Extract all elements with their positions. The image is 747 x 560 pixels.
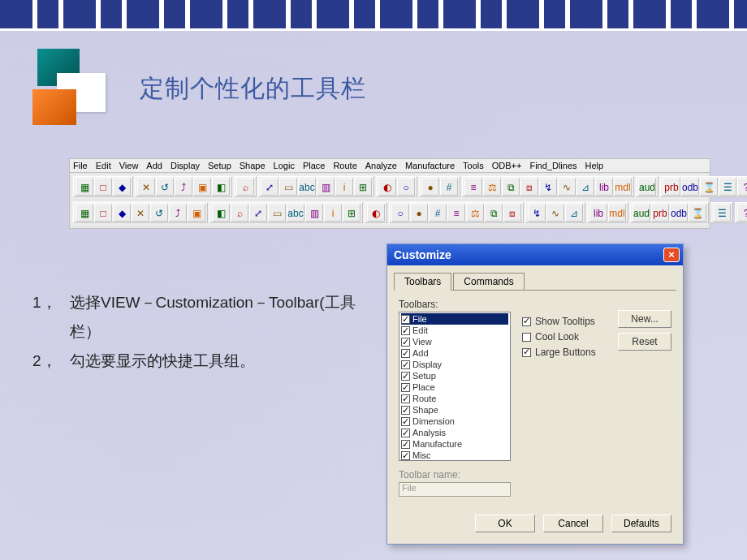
- toolbar-button[interactable]: ⊞: [354, 178, 372, 196]
- checkbox-icon[interactable]: [401, 338, 410, 347]
- toolbar-name-input[interactable]: File: [399, 482, 511, 497]
- toolbar-list-item[interactable]: Manufacture: [401, 438, 508, 450]
- menu-logic[interactable]: Logic: [274, 161, 295, 170]
- toolbar-button[interactable]: odb: [670, 204, 688, 222]
- toolbar-button[interactable]: ☰: [713, 204, 731, 222]
- toolbar-button[interactable]: ⚖: [466, 204, 484, 222]
- toolbar-button[interactable]: ?: [737, 204, 747, 222]
- toolbar-button[interactable]: ⤴: [169, 204, 187, 222]
- toolbar-button[interactable]: #: [440, 178, 458, 196]
- toolbar-button[interactable]: ↯: [528, 204, 546, 222]
- toolbar-button[interactable]: mdl: [614, 178, 632, 196]
- toolbar-button[interactable]: ●: [421, 178, 439, 196]
- toolbar-button[interactable]: ☰: [719, 178, 736, 196]
- toolbar-button[interactable]: □: [94, 178, 112, 196]
- defaults-button[interactable]: Defaults: [611, 515, 671, 532]
- menu-help[interactable]: Help: [585, 161, 604, 170]
- toolbar-button[interactable]: i: [335, 178, 353, 196]
- new-button[interactable]: New...: [618, 310, 671, 328]
- checkbox-icon[interactable]: [401, 394, 410, 403]
- toolbar-button[interactable]: odb: [681, 178, 699, 196]
- toolbar-button[interactable]: ▭: [279, 178, 297, 196]
- tab-commands[interactable]: Commands: [453, 273, 524, 291]
- toolbar-list-item[interactable]: Display: [401, 359, 508, 370]
- toolbar-button[interactable]: ⌕: [236, 178, 254, 196]
- toolbar-list-item[interactable]: View: [401, 336, 508, 347]
- toolbar-button[interactable]: ◧: [212, 204, 230, 222]
- menu-place[interactable]: Place: [303, 161, 326, 170]
- menu-tools[interactable]: Tools: [463, 161, 484, 170]
- toolbar-button[interactable]: ⧈: [503, 204, 521, 222]
- toolbar-button[interactable]: ⧈: [520, 178, 538, 196]
- toolbar-button[interactable]: ▦: [76, 178, 93, 196]
- toolbar-button[interactable]: ⧉: [485, 204, 503, 222]
- toolbar-button[interactable]: mdl: [608, 204, 626, 222]
- menu-setup[interactable]: Setup: [208, 161, 231, 170]
- toolbar-button[interactable]: ⤢: [261, 178, 279, 196]
- toolbar-button[interactable]: ?: [737, 178, 747, 196]
- toolbar-button[interactable]: ⌕: [231, 204, 248, 222]
- toolbars-listbox[interactable]: FileEditViewAddDisplaySetupPlaceRouteSha…: [399, 312, 511, 461]
- menu-view[interactable]: View: [119, 161, 139, 170]
- toolbar-list-item[interactable]: Setup: [401, 370, 508, 381]
- checkbox-icon[interactable]: [522, 317, 531, 326]
- toolbar-button[interactable]: ⊿: [576, 178, 594, 196]
- toolbar-button[interactable]: aud: [638, 178, 656, 196]
- toolbar-list-item[interactable]: Add: [401, 347, 508, 359]
- menu-analyze[interactable]: Analyze: [365, 161, 397, 170]
- toolbar-button[interactable]: ∿: [558, 178, 576, 196]
- toolbar-button[interactable]: ▥: [305, 204, 323, 222]
- menu-odb++[interactable]: ODB++: [492, 161, 522, 170]
- toolbar-button[interactable]: ◆: [113, 204, 131, 222]
- menu-shape[interactable]: Shape: [240, 161, 266, 170]
- toolbar-button[interactable]: ●: [410, 204, 428, 222]
- toolbar-button[interactable]: prb: [663, 178, 680, 196]
- toolbar-button[interactable]: aud: [633, 204, 650, 222]
- opt-large-buttons[interactable]: Large Buttons: [522, 347, 603, 358]
- toolbar-button[interactable]: ∿: [546, 204, 564, 222]
- menu-route[interactable]: Route: [333, 161, 356, 170]
- toolbar-button[interactable]: ↺: [156, 178, 174, 196]
- toolbar-button[interactable]: ▥: [317, 178, 335, 196]
- menu-add[interactable]: Add: [146, 161, 162, 170]
- toolbar-button[interactable]: ◐: [378, 178, 396, 196]
- toolbar-list-item[interactable]: Dimension: [401, 416, 508, 427]
- toolbar-button[interactable]: lib: [589, 204, 607, 222]
- toolbar-button[interactable]: ▣: [193, 178, 211, 196]
- toolbar-button[interactable]: ⊿: [565, 204, 583, 222]
- ok-button[interactable]: OK: [475, 515, 535, 532]
- toolbar-button[interactable]: ○: [397, 178, 415, 196]
- toolbar-list-item[interactable]: Analysis: [401, 427, 508, 438]
- menu-file[interactable]: File: [73, 161, 88, 170]
- toolbar-button[interactable]: ↺: [150, 204, 168, 222]
- checkbox-icon[interactable]: [401, 417, 410, 426]
- checkbox-icon[interactable]: [401, 383, 410, 392]
- toolbar-button[interactable]: prb: [651, 204, 669, 222]
- toolbar-button[interactable]: ✕: [137, 178, 155, 196]
- toolbar-button[interactable]: abc: [287, 204, 304, 222]
- toolbar-button[interactable]: ◐: [367, 204, 385, 222]
- toolbar-button[interactable]: □: [94, 204, 112, 222]
- reset-button[interactable]: Reset: [618, 333, 671, 351]
- toolbar-button[interactable]: ↯: [539, 178, 557, 196]
- checkbox-icon[interactable]: [401, 360, 410, 369]
- toolbar-button[interactable]: ⌛: [700, 178, 718, 196]
- toolbar-list-item[interactable]: File: [401, 313, 508, 325]
- menu-find_dlines[interactable]: Find_Dlines: [529, 161, 576, 170]
- checkbox-icon[interactable]: [401, 429, 410, 437]
- toolbar-list-item[interactable]: Route: [401, 393, 508, 404]
- checkbox-icon[interactable]: [401, 440, 410, 449]
- toolbar-button[interactable]: ⌛: [689, 204, 706, 222]
- opt-cool-look[interactable]: Cool Look: [522, 331, 603, 342]
- toolbar-list-item[interactable]: Misc: [401, 450, 508, 461]
- toolbar-button[interactable]: ⚖: [483, 178, 501, 196]
- toolbar-button[interactable]: i: [324, 204, 342, 222]
- dialog-titlebar[interactable]: Customize ×: [387, 244, 683, 265]
- toolbar-button[interactable]: ▭: [268, 204, 286, 222]
- toolbar-button[interactable]: ◧: [212, 178, 230, 196]
- toolbar-button[interactable]: ○: [391, 204, 409, 222]
- checkbox-icon[interactable]: [401, 349, 410, 358]
- toolbar-list-item[interactable]: Edit: [401, 325, 508, 336]
- menu-display[interactable]: Display: [171, 161, 200, 170]
- toolbar-button[interactable]: ◆: [113, 178, 131, 196]
